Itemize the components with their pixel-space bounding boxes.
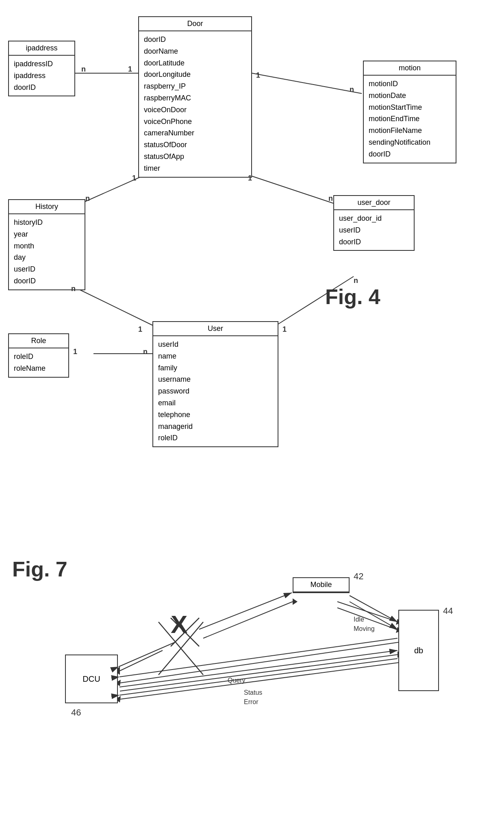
entity-door: Door doorID doorName doorLatitude doorLo…	[138, 16, 252, 178]
role-field-1: roleID	[14, 351, 63, 363]
door-field-7: voiceOnDoor	[144, 104, 246, 116]
svg-line-19	[120, 655, 398, 691]
entity-userdoor: user_door user_door_id userID doorID	[333, 195, 415, 251]
svg-line-11	[203, 602, 293, 638]
user-body: userId name family username password ema…	[153, 336, 278, 446]
ipaddress-header: ipaddress	[9, 41, 74, 56]
entity-motion: motion motionID motionDate motionStartTi…	[363, 61, 456, 163]
history-field-1: historyID	[14, 217, 80, 228]
motion-body: motionID motionDate motionStartTime moti…	[364, 76, 456, 163]
user-field-2: name	[158, 350, 273, 362]
history-field-4: day	[14, 252, 80, 263]
svg-line-4	[69, 285, 152, 325]
user-field-8: managerid	[158, 421, 273, 433]
card-dud-1: 1	[248, 174, 252, 183]
ipaddress-body: ipaddressID ipaddress doorID	[9, 56, 74, 96]
idle-label: Idle	[354, 616, 364, 623]
card-dh-1: 1	[132, 174, 136, 183]
userdoor-header: user_door	[334, 196, 414, 210]
svg-line-9	[120, 650, 163, 671]
card-dh-n: n	[85, 194, 90, 203]
svg-line-28	[199, 593, 292, 629]
door-field-6: raspberryMAC	[144, 92, 246, 104]
card-ip-n: n	[81, 65, 86, 74]
db-number: 44	[443, 606, 453, 616]
card-hu-n: n	[71, 285, 76, 293]
motion-field-5: motionFileName	[369, 125, 451, 137]
svg-marker-12	[293, 598, 298, 605]
history-body: historyID year month day userID doorID	[9, 214, 85, 289]
svg-line-31	[119, 638, 398, 677]
fig4-label: Fig. 4	[325, 285, 380, 309]
user-field-4: username	[158, 374, 273, 385]
history-field-3: month	[14, 240, 80, 252]
fig7-label: Fig. 7	[12, 557, 67, 581]
door-field-1: doorID	[144, 34, 246, 46]
svg-line-1	[252, 73, 362, 94]
mobile-number: 42	[354, 571, 363, 582]
userdoor-field-2: userID	[339, 224, 409, 236]
user-field-1: userId	[158, 339, 273, 350]
query-label: Query	[228, 677, 245, 684]
role-header: Role	[9, 334, 68, 348]
dcu-number: 46	[71, 707, 81, 718]
ipaddress-field-3: doorID	[14, 82, 70, 94]
door-field-11: statusOfApp	[144, 151, 246, 163]
card-ip-1: 1	[128, 65, 132, 74]
card-hu-1: 1	[138, 325, 142, 334]
user-field-7: telephone	[158, 409, 273, 421]
entity-history: History historyID year month day userID …	[8, 199, 85, 290]
userdoor-field-3: doorID	[339, 236, 409, 248]
door-field-12: timer	[144, 163, 246, 174]
node-dcu: DCU	[65, 655, 118, 703]
history-header: History	[9, 200, 85, 214]
moving-label: Moving	[354, 625, 375, 633]
x-label: X	[171, 610, 187, 639]
entity-role: Role roleID roleName	[8, 333, 69, 378]
history-field-5: userID	[14, 263, 80, 275]
door-field-10: statusOfDoor	[144, 139, 246, 151]
motion-field-4: motionEndTime	[369, 113, 451, 125]
entity-user: User userId name family username passwor…	[152, 321, 278, 447]
door-field-2: doorName	[144, 46, 246, 57]
role-field-2: roleName	[14, 363, 63, 374]
ipaddress-field-2: ipaddress	[14, 70, 70, 82]
diagram-container: Door doorID doorName doorLatitude doorLo…	[0, 0, 504, 835]
error-label: Error	[244, 698, 259, 706]
history-field-2: year	[14, 228, 80, 240]
motion-field-2: motionDate	[369, 90, 451, 102]
door-field-9: cameraNumber	[144, 127, 246, 139]
card-dm-1: 1	[256, 71, 260, 80]
door-header: Door	[139, 17, 251, 31]
motion-field-1: motionID	[369, 78, 451, 90]
userdoor-body: user_door_id userID doorID	[334, 210, 414, 250]
mobile-header: Mobile	[293, 578, 349, 592]
svg-line-13	[337, 602, 398, 622]
history-field-6: doorID	[14, 275, 80, 287]
status-label: Status	[244, 689, 262, 696]
svg-line-32	[119, 650, 398, 687]
svg-line-27	[119, 642, 175, 667]
node-mobile: Mobile	[293, 577, 350, 593]
motion-field-6: sendingNotification	[369, 137, 451, 148]
card-ru-n: n	[143, 348, 148, 356]
user-field-3: family	[158, 362, 273, 374]
svg-line-17	[120, 642, 398, 683]
ipaddress-field-1: ipaddressID	[14, 58, 70, 70]
user-field-5: password	[158, 385, 273, 397]
card-dud-n: n	[328, 194, 333, 203]
door-body: doorID doorName doorLatitude doorLongitu…	[139, 31, 251, 177]
motion-field-3: motionStartTime	[369, 102, 451, 113]
motion-header: motion	[364, 61, 456, 76]
card-udu-1: 1	[282, 325, 287, 334]
door-field-8: voiceOnPhone	[144, 116, 246, 128]
node-db: db	[398, 610, 439, 691]
entity-ipaddress: ipaddress ipaddressID ipaddress doorID	[8, 41, 75, 96]
role-body: roleID roleName	[9, 348, 68, 377]
user-field-6: email	[158, 397, 273, 409]
card-udu-n: n	[354, 276, 358, 285]
door-field-3: doorLatitude	[144, 57, 246, 69]
door-field-4: doorLongitude	[144, 69, 246, 80]
card-ru-1: 1	[73, 348, 77, 356]
userdoor-field-1: user_door_id	[339, 213, 409, 224]
